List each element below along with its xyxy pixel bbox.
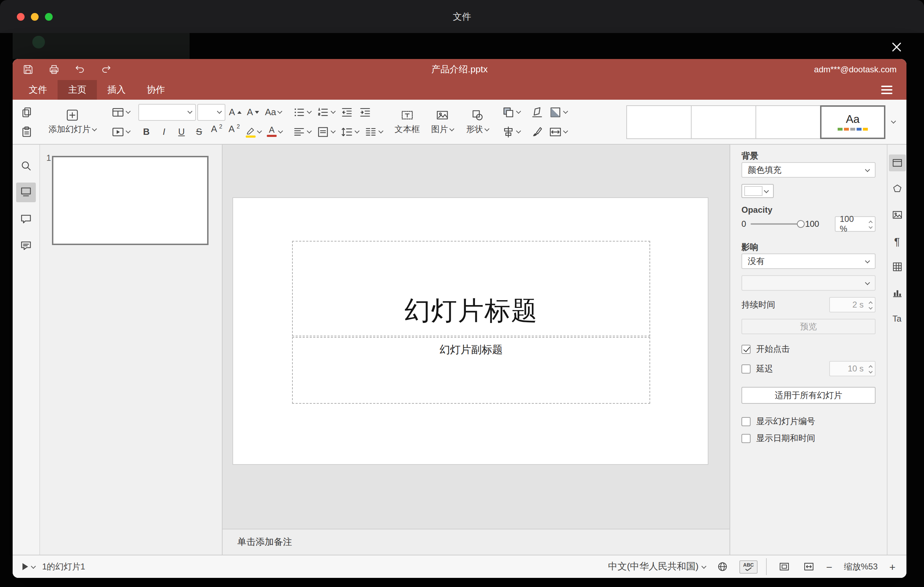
copy-button[interactable]: [18, 104, 35, 120]
slider-knob[interactable]: [797, 220, 804, 228]
opacity-input[interactable]: 100 %: [835, 216, 876, 232]
set-language-globe-icon[interactable]: [714, 558, 731, 575]
slide-size-button[interactable]: [547, 123, 569, 140]
checkbox-checked-icon[interactable]: [741, 345, 751, 353]
checkbox-icon[interactable]: [741, 434, 751, 443]
delay-checkbox[interactable]: 延迟: [741, 363, 773, 374]
slide[interactable]: 幻灯片标题 幻灯片副标题: [233, 197, 708, 465]
shape-settings-icon[interactable]: [889, 180, 906, 197]
effect-select[interactable]: 没有: [741, 254, 876, 269]
subscript-button[interactable]: A2: [226, 123, 242, 140]
save-button[interactable]: [23, 64, 34, 75]
insert-image-button[interactable]: 图片: [426, 102, 459, 141]
change-layout-button[interactable]: [109, 104, 132, 120]
spinner-arrows[interactable]: [869, 364, 872, 373]
color-scheme-button[interactable]: [547, 104, 569, 120]
duration-input[interactable]: 2 s: [829, 297, 876, 312]
bullets-button[interactable]: [291, 104, 313, 120]
spell-check-icon[interactable]: ABC: [739, 560, 757, 573]
underline-button[interactable]: U: [173, 123, 190, 140]
start-slideshow-statusbar-button[interactable]: [23, 563, 35, 570]
numbering-button[interactable]: [315, 104, 337, 120]
close-traffic-light[interactable]: [17, 13, 25, 20]
notes-area[interactable]: 单击添加备注: [223, 529, 729, 555]
effect-type-select[interactable]: [741, 275, 876, 291]
columns-button[interactable]: [362, 123, 385, 140]
print-button[interactable]: [48, 64, 60, 75]
paragraph-settings-icon[interactable]: ¶: [889, 232, 906, 249]
gallery-expand-button[interactable]: [885, 105, 901, 139]
bold-button[interactable]: B: [138, 123, 155, 140]
close-icon[interactable]: [889, 39, 904, 55]
decrease-font-size-button[interactable]: A: [245, 104, 261, 120]
tab-file[interactable]: 文件: [18, 80, 58, 100]
image-settings-icon[interactable]: [889, 206, 906, 223]
horizontal-align-button[interactable]: [291, 123, 313, 140]
theme-thumbnail[interactable]: [691, 105, 756, 139]
font-size-combo[interactable]: [197, 104, 225, 120]
start-slideshow-button[interactable]: [109, 123, 132, 140]
theme-thumbnail[interactable]: [756, 105, 821, 139]
insert-shape-button[interactable]: 形状: [461, 102, 493, 141]
italic-button[interactable]: I: [156, 123, 172, 140]
opacity-slider[interactable]: [750, 223, 801, 225]
fit-to-width-icon[interactable]: [800, 558, 817, 575]
tab-insert[interactable]: 插入: [97, 80, 136, 100]
slides-panel-icon[interactable]: [16, 183, 36, 202]
vertical-align-button[interactable]: [315, 123, 337, 140]
background-fill-select[interactable]: 颜色填充: [741, 162, 876, 178]
spinner-arrows[interactable]: [869, 220, 872, 228]
insert-textbox-button[interactable]: 文本框: [391, 102, 423, 141]
line-spacing-button[interactable]: [338, 123, 361, 140]
slide-thumbnail[interactable]: [52, 156, 208, 245]
arrange-shapes-button[interactable]: [500, 104, 522, 120]
apply-to-all-slides-button[interactable]: 适用于所有幻灯片: [741, 387, 876, 404]
start-on-click-checkbox[interactable]: 开始点击: [741, 343, 876, 355]
document-language-button[interactable]: 中文(中华人民共和国): [608, 560, 706, 573]
delay-input[interactable]: 10 s: [829, 361, 876, 376]
copy-style-button[interactable]: [529, 123, 546, 140]
theme-thumbnail-selected[interactable]: Aa: [820, 105, 885, 139]
fit-to-slide-icon[interactable]: [776, 558, 793, 575]
zoom-in-button[interactable]: +: [888, 561, 897, 572]
zoom-out-button[interactable]: −: [825, 561, 833, 572]
spinner-arrows[interactable]: [869, 300, 872, 309]
fill-color-picker[interactable]: [741, 184, 774, 198]
paste-button[interactable]: [18, 123, 35, 140]
superscript-button[interactable]: A2: [208, 123, 225, 140]
title-placeholder[interactable]: 幻灯片标题: [292, 241, 650, 336]
add-slide-button[interactable]: 添加幻灯片: [41, 102, 103, 141]
table-settings-icon[interactable]: [889, 258, 906, 275]
increase-indent-button[interactable]: [357, 104, 373, 120]
undo-button[interactable]: [74, 64, 86, 75]
subtitle-placeholder[interactable]: 幻灯片副标题: [292, 337, 650, 404]
clear-style-button[interactable]: [529, 104, 546, 120]
align-shapes-button[interactable]: [500, 123, 522, 140]
tab-collaboration[interactable]: 协作: [136, 80, 175, 100]
text-art-settings-icon[interactable]: Ta: [889, 310, 906, 327]
font-name-combo[interactable]: [138, 104, 196, 120]
editing-canvas[interactable]: 幻灯片标题 幻灯片副标题: [223, 145, 729, 529]
show-date-time-checkbox[interactable]: 显示日期和时间: [741, 432, 876, 444]
redo-button[interactable]: [101, 64, 112, 75]
checkbox-icon[interactable]: [741, 364, 751, 373]
increase-font-size-button[interactable]: A: [227, 104, 243, 120]
change-case-button[interactable]: Aa: [263, 104, 284, 120]
preview-button[interactable]: 预览: [741, 319, 876, 334]
menu-icon[interactable]: [881, 80, 897, 100]
checkbox-icon[interactable]: [741, 417, 751, 426]
font-color-button[interactable]: A: [265, 123, 284, 140]
chart-settings-icon[interactable]: [889, 284, 906, 301]
highlight-color-button[interactable]: [244, 123, 263, 140]
show-slide-number-checkbox[interactable]: 显示幻灯片编号: [741, 416, 876, 427]
strikeout-button[interactable]: S: [191, 123, 207, 140]
slide-settings-icon[interactable]: [889, 155, 906, 171]
search-icon[interactable]: [16, 156, 36, 176]
decrease-indent-button[interactable]: [338, 104, 355, 120]
comments-icon[interactable]: [16, 209, 36, 229]
chat-icon[interactable]: [16, 236, 36, 256]
theme-thumbnail[interactable]: [626, 105, 691, 139]
tab-home[interactable]: 主页: [58, 80, 97, 100]
fullscreen-traffic-light[interactable]: [45, 13, 53, 20]
minimize-traffic-light[interactable]: [31, 13, 39, 20]
